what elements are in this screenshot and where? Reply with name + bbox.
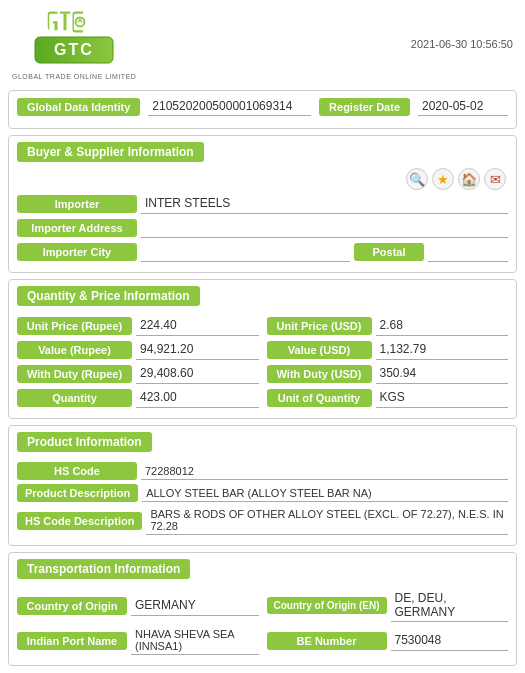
- unit-price-usd-label: Unit Price (USD): [267, 317, 372, 335]
- buyer-icons-row: 🔍 ★ 🏠 ✉: [9, 168, 516, 190]
- buyer-supplier-section: Buyer & Supplier Information 🔍 ★ 🏠 ✉ Imp…: [8, 135, 517, 273]
- with-duty-rupee-col: With Duty (Rupee) 29,408.60: [17, 364, 259, 384]
- country-origin-label: Country of Origin: [17, 597, 127, 615]
- importer-city-row: Importer City Postal: [17, 242, 508, 262]
- unit-of-quantity-col: Unit of Quantity KGS: [267, 388, 509, 408]
- country-origin-row: Country of Origin GERMANY Country of Ori…: [17, 589, 508, 622]
- global-data-identity-label: Global Data Identity: [17, 98, 140, 116]
- value-row: Value (Rupee) 94,921.20 Value (USD) 1,13…: [17, 340, 508, 360]
- unit-price-row: Unit Price (Rupee) 224.40 Unit Price (US…: [17, 316, 508, 336]
- country-origin-en-label: Country of Origin (EN): [267, 597, 387, 614]
- port-name-value: NHAVA SHEVA SEA (INNSA1): [131, 626, 259, 655]
- svg-text:GTC: GTC: [54, 41, 94, 58]
- logo-graphic: GTC: [34, 36, 114, 72]
- country-origin-value: GERMANY: [131, 596, 259, 616]
- page-header: GTC GLOBAL TRADE ONLINE LIMITED 2021-06-…: [0, 0, 525, 84]
- global-data-identity-value: 210520200500001069314: [148, 97, 311, 116]
- with-duty-usd-col: With Duty (USD) 350.94: [267, 364, 509, 384]
- star-icon[interactable]: ★: [432, 168, 454, 190]
- svg-rect-2: [64, 14, 67, 31]
- quantity-col: Quantity 423.00: [17, 388, 259, 408]
- register-date-label: Register Date: [319, 98, 410, 116]
- quantity-price-title: Quantity & Price Information: [17, 286, 200, 306]
- importer-city-label: Importer City: [17, 243, 137, 261]
- value-rupee-col: Value (Rupee) 94,921.20: [17, 340, 259, 360]
- unit-price-usd-col: Unit Price (USD) 2.68: [267, 316, 509, 336]
- value-usd-col: Value (USD) 1,132.79: [267, 340, 509, 360]
- importer-address-label: Importer Address: [17, 219, 137, 237]
- unit-price-rupee-value: 224.40: [136, 316, 259, 336]
- product-title: Product Information: [17, 432, 152, 452]
- be-number-col: BE Number 7530048: [267, 626, 509, 655]
- register-date-value: 2020-05-02: [418, 97, 508, 116]
- country-origin-col: Country of Origin GERMANY: [17, 589, 259, 622]
- hs-code-row: HS Code 72288012: [17, 462, 508, 480]
- with-duty-rupee-label: With Duty (Rupee): [17, 365, 132, 383]
- hs-code-label: HS Code: [17, 462, 137, 480]
- quantity-value: 423.00: [136, 388, 259, 408]
- value-rupee-value: 94,921.20: [136, 340, 259, 360]
- hs-code-desc-row: HS Code Description BARS & RODS OF OTHER…: [17, 506, 508, 535]
- value-usd-value: 1,132.79: [376, 340, 509, 360]
- country-origin-en-value: DE, DEU, GERMANY: [391, 589, 509, 622]
- product-desc-label: Product Description: [17, 484, 138, 502]
- quantity-price-section: Quantity & Price Information Unit Price …: [8, 279, 517, 419]
- transportation-title: Transportation Information: [17, 559, 190, 579]
- value-usd-label: Value (USD): [267, 341, 372, 359]
- transportation-section: Transportation Information Country of Or…: [8, 552, 517, 666]
- postal-value: [428, 242, 508, 262]
- product-desc-value: ALLOY STEEL BAR (ALLOY STEEL BAR NA): [142, 485, 508, 502]
- with-duty-usd-label: With Duty (USD): [267, 365, 372, 383]
- port-be-row: Indian Port Name NHAVA SHEVA SEA (INNSA1…: [17, 626, 508, 655]
- importer-row: Importer INTER STEELS: [17, 194, 508, 214]
- product-section: Product Information HS Code 72288012 Pro…: [8, 425, 517, 546]
- importer-city-value: [141, 242, 350, 262]
- unit-price-rupee-label: Unit Price (Rupee): [17, 317, 132, 335]
- hs-code-desc-value: BARS & RODS OF OTHER ALLOY STEEL (EXCL. …: [146, 506, 508, 535]
- be-number-label: BE Number: [267, 632, 387, 650]
- hs-code-desc-label: HS Code Description: [17, 512, 142, 530]
- logo-tagline: GLOBAL TRADE ONLINE LIMITED: [12, 73, 136, 80]
- importer-address-row: Importer Address: [17, 218, 508, 238]
- be-number-value: 7530048: [391, 631, 509, 651]
- unit-price-usd-value: 2.68: [376, 316, 509, 336]
- logo: GTC GLOBAL TRADE ONLINE LIMITED: [12, 8, 136, 80]
- home-icon[interactable]: 🏠: [458, 168, 480, 190]
- postal-label: Postal: [354, 243, 424, 261]
- global-data-section: Global Data Identity 2105202005000010693…: [8, 90, 517, 129]
- unit-of-quantity-value: KGS: [376, 388, 509, 408]
- hs-code-value: 72288012: [141, 463, 508, 480]
- value-rupee-label: Value (Rupee): [17, 341, 132, 359]
- global-data-row: Global Data Identity 2105202005000010693…: [17, 97, 508, 116]
- unit-of-quantity-label: Unit of Quantity: [267, 389, 372, 407]
- importer-address-value: [141, 218, 508, 238]
- with-duty-rupee-value: 29,408.60: [136, 364, 259, 384]
- port-name-label: Indian Port Name: [17, 632, 127, 650]
- with-duty-usd-value: 350.94: [376, 364, 509, 384]
- quantity-label: Quantity: [17, 389, 132, 407]
- with-duty-row: With Duty (Rupee) 29,408.60 With Duty (U…: [17, 364, 508, 384]
- buyer-supplier-title: Buyer & Supplier Information: [17, 142, 204, 162]
- product-desc-row: Product Description ALLOY STEEL BAR (ALL…: [17, 484, 508, 502]
- logo-svg: [44, 8, 104, 36]
- svg-rect-1: [60, 12, 71, 14]
- country-origin-en-col: Country of Origin (EN) DE, DEU, GERMANY: [267, 589, 509, 622]
- importer-value: INTER STEELS: [141, 194, 508, 214]
- mail-icon[interactable]: ✉: [484, 168, 506, 190]
- header-datetime: 2021-06-30 10:56:50: [411, 38, 513, 50]
- unit-price-rupee-col: Unit Price (Rupee) 224.40: [17, 316, 259, 336]
- port-name-col: Indian Port Name NHAVA SHEVA SEA (INNSA1…: [17, 626, 259, 655]
- quantity-row: Quantity 423.00 Unit of Quantity KGS: [17, 388, 508, 408]
- importer-label: Importer: [17, 195, 137, 213]
- search-icon[interactable]: 🔍: [406, 168, 428, 190]
